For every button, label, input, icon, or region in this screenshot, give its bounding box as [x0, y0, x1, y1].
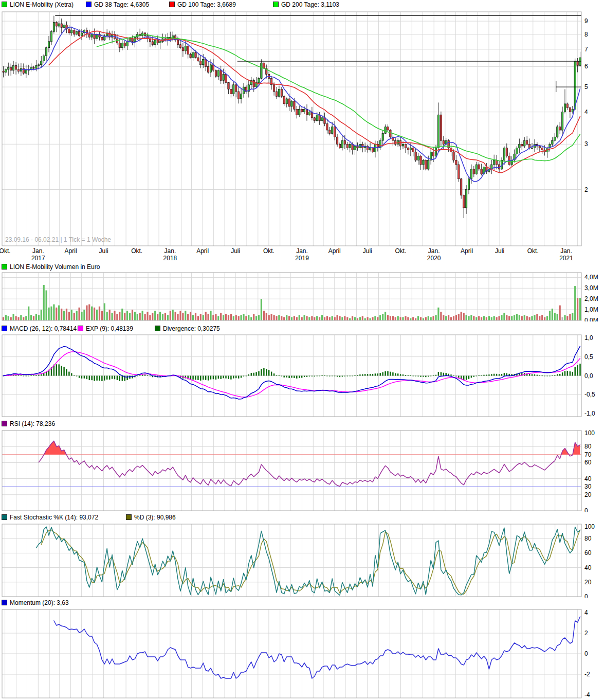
svg-text:2018: 2018 — [163, 255, 177, 262]
legend-item-macd: MACD (26, 12): 0,78414 — [2, 325, 77, 332]
gd38-swatch — [86, 2, 91, 7]
svg-text:2: 2 — [584, 630, 588, 637]
legend-item-momentum: Momentum (20): 3,63 — [2, 599, 69, 606]
rsi-swatch — [2, 421, 7, 426]
legend-item-rsi: RSI (14): 78,236 — [2, 420, 55, 427]
svg-text:2017: 2017 — [31, 255, 45, 262]
svg-text:2020: 2020 — [427, 255, 441, 262]
macd-legend: MACD (26, 12): 0,78414 EXP (9): 0,48139 … — [0, 325, 604, 333]
divergence-swatch — [155, 326, 160, 331]
svg-text:0,5: 0,5 — [584, 353, 593, 361]
svg-text:80: 80 — [584, 535, 592, 542]
svg-text:1,0M: 1,0M — [584, 306, 598, 313]
svg-text:0,0M: 0,0M — [584, 317, 598, 321]
momentum-legend: Momentum (20): 3,63 — [0, 599, 604, 607]
legend-item-divergence: Divergence: 0,30275 — [155, 325, 220, 332]
stochastic-legend: Fast Stochastic %K (14): 93,072 %D (3): … — [0, 514, 604, 522]
svg-text:30: 30 — [584, 483, 592, 490]
svg-text:9: 9 — [584, 17, 588, 25]
momentum-swatch — [2, 600, 7, 605]
legend-item-gd100: GD 100 Tage: 3,6689 — [169, 1, 236, 8]
volume-label: LION E-Mobility Volumen in Euro — [10, 263, 100, 271]
svg-text:5: 5 — [584, 83, 588, 91]
svg-text:April: April — [65, 247, 77, 255]
rsi-legend: RSI (14): 78,236 — [0, 420, 604, 428]
svg-text:Okt.: Okt. — [131, 247, 142, 255]
svg-text:20: 20 — [584, 579, 592, 586]
gd200-label: GD 200 Tage: 3,1103 — [281, 1, 339, 8]
rsi-panel[interactable]: 1008070604030200 — [0, 429, 604, 512]
svg-text:70: 70 — [584, 451, 592, 458]
svg-text:-1,0: -1,0 — [584, 410, 595, 417]
exp-swatch — [78, 326, 83, 331]
gd100-swatch — [169, 2, 175, 7]
svg-text:8: 8 — [584, 31, 588, 38]
svg-text:Okt.: Okt. — [395, 247, 406, 255]
divergence-label: Divergence: 0,30275 — [163, 325, 220, 332]
svg-text:7: 7 — [584, 46, 588, 53]
stoch-k-swatch — [2, 514, 7, 520]
date-range-note: 23.09.16 - 06.02.21 | 1 Tick = 1 Woche — [5, 236, 111, 243]
svg-text:2021: 2021 — [559, 255, 573, 262]
svg-text:-0,5: -0,5 — [584, 391, 595, 398]
macd-label: MACD (26, 12): 0,78414 — [10, 325, 77, 332]
svg-text:2019: 2019 — [295, 255, 309, 262]
macd-panel[interactable]: 1,00,50,0-0,5-1,0 — [0, 334, 604, 418]
gd38-label: GD 38 Tage: 4,6305 — [94, 1, 149, 8]
svg-text:4,0M: 4,0M — [584, 274, 598, 281]
momentum-panel[interactable]: 420-2-4 — [0, 608, 604, 699]
volume-legend: LION E-Mobility Volumen in Euro — [0, 263, 604, 271]
svg-text:80: 80 — [584, 443, 592, 450]
price-series-swatch — [2, 2, 7, 7]
svg-text:April: April — [196, 247, 209, 255]
svg-text:100: 100 — [584, 429, 595, 437]
svg-text:Okt.: Okt. — [263, 247, 274, 255]
svg-text:Okt.: Okt. — [0, 247, 11, 255]
svg-text:4: 4 — [584, 109, 588, 116]
svg-text:0: 0 — [584, 593, 588, 598]
svg-text:2: 2 — [584, 186, 588, 193]
price-series-label: LION E-Mobility (Xetra) — [10, 1, 74, 8]
gd200-swatch — [273, 2, 279, 7]
svg-text:-4: -4 — [584, 691, 590, 698]
stoch-k-label: Fast Stochastic %K (14): 93,072 — [10, 514, 98, 521]
legend-item-gd38: GD 38 Tage: 4,6305 — [86, 1, 149, 8]
svg-text:Jan.: Jan. — [428, 247, 440, 255]
legend-item-exp: EXP (9): 0,48139 — [78, 325, 133, 332]
stochastic-panel[interactable]: 100806040200 — [0, 523, 604, 598]
svg-text:3: 3 — [584, 140, 588, 148]
svg-text:Jan.: Jan. — [164, 247, 176, 255]
volume-swatch — [2, 264, 7, 270]
price-chart-panel[interactable]: 98765432Okt.Jan.2017AprilJuliOkt.Jan.201… — [0, 10, 604, 263]
svg-text:April: April — [328, 247, 341, 255]
svg-text:6: 6 — [584, 63, 588, 70]
main-chart-legend: LION E-Mobility (Xetra) GD 38 Tage: 4,63… — [0, 1, 604, 9]
stoch-d-label: %D (3): 90,986 — [134, 514, 176, 521]
legend-item-stoch-k: Fast Stochastic %K (14): 93,072 — [2, 514, 98, 521]
svg-text:Okt.: Okt. — [527, 247, 539, 255]
macd-swatch — [2, 326, 7, 331]
svg-text:Juli: Juli — [99, 247, 108, 255]
legend-item-gd200: GD 200 Tage: 3,1103 — [273, 1, 339, 8]
legend-item-volume: LION E-Mobility Volumen in Euro — [2, 263, 100, 271]
svg-text:1,0: 1,0 — [584, 334, 593, 342]
exp-label: EXP (9): 0,48139 — [86, 325, 133, 332]
svg-text:4: 4 — [584, 609, 588, 616]
svg-text:Jan.: Jan. — [32, 247, 44, 255]
svg-text:April: April — [461, 247, 473, 255]
volume-panel[interactable]: 4,0M3,0M2,0M1,0M0,0M — [0, 272, 604, 321]
momentum-label: Momentum (20): 3,63 — [10, 599, 69, 606]
svg-text:2,0M: 2,0M — [584, 295, 598, 302]
svg-text:40: 40 — [584, 475, 592, 482]
svg-text:Jan.: Jan. — [560, 247, 572, 255]
svg-text:0: 0 — [584, 650, 588, 657]
svg-text:100: 100 — [584, 523, 595, 530]
svg-text:60: 60 — [584, 549, 592, 557]
svg-text:60: 60 — [584, 459, 592, 466]
svg-text:20: 20 — [584, 491, 592, 498]
svg-text:0,0: 0,0 — [584, 372, 593, 380]
legend-item-stoch-d: %D (3): 90,986 — [126, 514, 176, 521]
svg-text:Juli: Juli — [231, 247, 240, 255]
svg-text:Jan.: Jan. — [296, 247, 308, 255]
svg-text:Juli: Juli — [363, 247, 372, 255]
